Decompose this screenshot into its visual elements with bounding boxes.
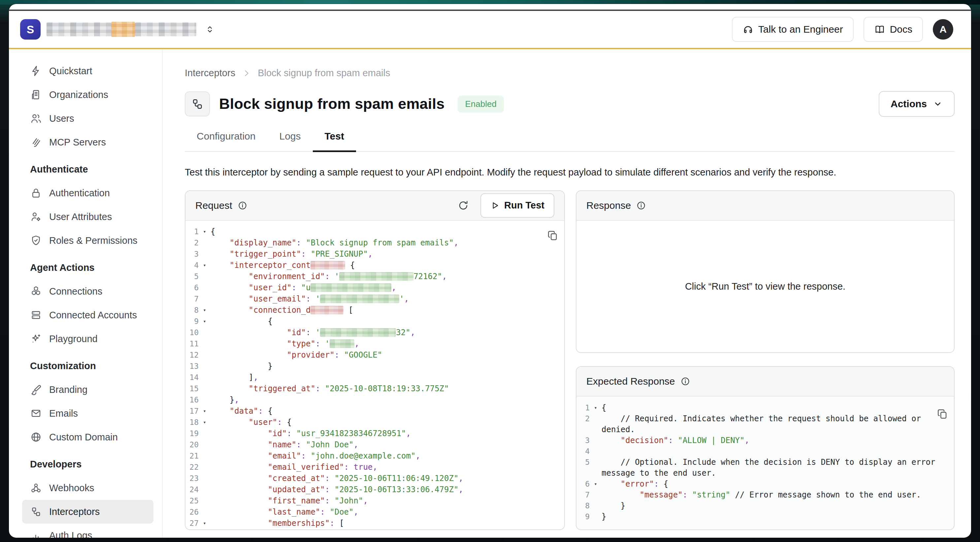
chevron-down-icon (933, 99, 943, 109)
fold-spacer (199, 394, 210, 405)
code-text: "id": '32", (210, 327, 564, 338)
sidebar-item-quickstart[interactable]: Quickstart (22, 59, 153, 83)
code-line[interactable]: 17▾ "data": { (185, 405, 564, 416)
fold-caret-icon[interactable]: ▾ (199, 260, 210, 271)
code-line[interactable]: 6 "user_id": "u, (185, 282, 564, 293)
code-line[interactable]: 16 }, (185, 394, 564, 405)
fold-caret-icon[interactable]: ▾ (199, 305, 210, 316)
interceptor-flow-icon (191, 97, 204, 111)
sidebar-section-authenticate: Authenticate (22, 157, 153, 181)
fold-caret-icon[interactable]: ▾ (199, 518, 210, 529)
line-number: 11 (185, 338, 199, 349)
sidebar-item-playground[interactable]: Playground (22, 327, 153, 351)
code-line[interactable]: 13 } (185, 361, 564, 372)
code-line[interactable]: 19 "id": "usr_93418238346728951", (185, 428, 564, 439)
actions-button[interactable]: Actions (879, 91, 955, 117)
code-line[interactable]: 18▾ "user": { (185, 416, 564, 428)
tab-logs[interactable]: Logs (267, 130, 312, 151)
code-line[interactable]: 25 "first_name": "John", (185, 495, 564, 506)
code-text: "interceptor_cont { (210, 260, 564, 271)
sidebar-item-connections[interactable]: Connections (22, 280, 153, 303)
redacted-block (310, 306, 344, 315)
fold-caret-icon[interactable]: ▾ (199, 226, 210, 237)
code-line[interactable]: 12 "provider": "GOOGLE" (185, 349, 564, 361)
code-text: } (601, 501, 952, 511)
fold-spacer (590, 446, 601, 457)
code-line[interactable]: 2 "display_name": "Block signup from spa… (185, 237, 564, 248)
tab-configuration[interactable]: Configuration (185, 130, 267, 151)
run-test-label: Run Test (504, 200, 544, 211)
response-panel-header: Response (576, 191, 954, 221)
response-empty-state: Click “Run Test” to view the response. (576, 221, 954, 352)
info-icon[interactable] (237, 200, 248, 210)
info-icon[interactable] (680, 377, 690, 386)
user-avatar[interactable]: A (933, 19, 953, 40)
response-empty-text: Click “Run Test” to view the response. (685, 281, 845, 292)
code-line[interactable]: 27▾ "memberships": [ (185, 518, 564, 529)
code-line[interactable]: 10 "id": '32", (185, 327, 564, 338)
sidebar-item-mcp-servers[interactable]: MCP Servers (22, 130, 153, 154)
talk-to-engineer-button[interactable]: Talk to an Engineer (732, 17, 854, 42)
code-line[interactable]: 3 "trigger_point": "PRE_SIGNUP", (185, 248, 564, 260)
org-switcher[interactable]: S (20, 19, 215, 40)
sidebar-item-label: Auth Logs (49, 530, 92, 538)
code-line[interactable]: 8▾ "connection_d [ (185, 305, 564, 316)
code-line[interactable]: 24 "updated_at": "2025-10-06T13:33:06.47… (185, 484, 564, 495)
line-number: 14 (185, 372, 199, 383)
code-text (601, 446, 952, 457)
sidebar-item-branding[interactable]: Branding (22, 378, 153, 402)
sidebar-item-user-attributes[interactable]: User Attributes (22, 205, 153, 229)
fold-caret-icon[interactable]: ▾ (199, 316, 210, 327)
code-line[interactable]: 20 "name": "John Doe", (185, 439, 564, 450)
sidebar-item-custom-domain[interactable]: Custom Domain (22, 425, 153, 449)
code-line[interactable]: 14 ], (185, 372, 564, 383)
code-line: 7 "message": "string" // Error message s… (576, 490, 954, 501)
code-text: "trigger_point": "PRE_SIGNUP", (210, 248, 564, 260)
code-line[interactable]: 21 "email": "john.doe@example.com", (185, 450, 564, 461)
line-number: 3 (185, 248, 199, 260)
line-number: 16 (185, 394, 199, 405)
line-number: 21 (185, 450, 199, 461)
code-line[interactable]: 15 "triggered_at": "2025-10-08T18:19:33.… (185, 383, 564, 394)
copy-icon[interactable] (936, 408, 949, 420)
breadcrumb-interceptors[interactable]: Interceptors (185, 68, 235, 78)
code-text: "type": ', (210, 338, 564, 349)
code-line[interactable]: 26 "last_name": "Doe", (185, 506, 564, 518)
fold-caret-icon[interactable]: ▾ (199, 416, 210, 428)
sidebar-item-emails[interactable]: Emails (22, 402, 153, 425)
sidebar-item-roles-permissions[interactable]: Roles & Permissions (22, 229, 153, 252)
sidebar-item-label: Connections (49, 286, 102, 297)
request-panel: Request Run Tes (185, 190, 565, 530)
fold-caret-icon[interactable]: ▾ (590, 478, 601, 490)
sidebar-item-auth-logs[interactable]: Auth Logs (22, 523, 153, 538)
fold-spacer (199, 271, 210, 282)
sidebar-item-connected-accounts[interactable]: Connected Accounts (22, 303, 153, 327)
code-line[interactable]: 22 "email_verified": true, (185, 461, 564, 473)
request-code-editor[interactable]: 1▾{2 "display_name": "Block signup from … (185, 221, 564, 529)
info-icon[interactable] (636, 200, 646, 210)
tab-test[interactable]: Test (313, 130, 356, 152)
sidebar-item-authentication[interactable]: Authentication (22, 181, 153, 205)
run-test-button[interactable]: Run Test (480, 193, 554, 218)
code-line[interactable]: 7 "user_email": '', (185, 293, 564, 305)
sidebar-item-organizations[interactable]: Organizations (22, 83, 153, 106)
fold-spacer (199, 361, 210, 372)
code-line[interactable]: 23 "created_at": "2025-10-06T11:06:49.12… (185, 473, 564, 484)
code-line[interactable]: 4▾ "interceptor_cont { (185, 260, 564, 271)
line-number: 2 (185, 237, 199, 248)
docs-button[interactable]: Docs (864, 17, 923, 42)
sidebar-item-interceptors[interactable]: Interceptors (22, 500, 153, 523)
copy-icon[interactable] (546, 229, 559, 242)
code-line[interactable]: 9▾ { (185, 316, 564, 327)
code-line[interactable]: 5 "environment_id": '72162", (185, 271, 564, 282)
sidebar-item-label: Webhooks (49, 483, 94, 494)
line-number: 19 (185, 428, 199, 439)
lightning-icon (30, 65, 42, 77)
fold-caret-icon[interactable]: ▾ (199, 405, 210, 416)
fold-caret-icon[interactable]: ▾ (590, 402, 601, 413)
code-line[interactable]: 1▾{ (185, 226, 564, 237)
reset-request-icon[interactable] (457, 200, 469, 211)
code-line[interactable]: 11 "type": ', (185, 338, 564, 349)
sidebar-item-webhooks[interactable]: Webhooks (22, 476, 153, 500)
sidebar-item-users[interactable]: Users (22, 106, 153, 130)
